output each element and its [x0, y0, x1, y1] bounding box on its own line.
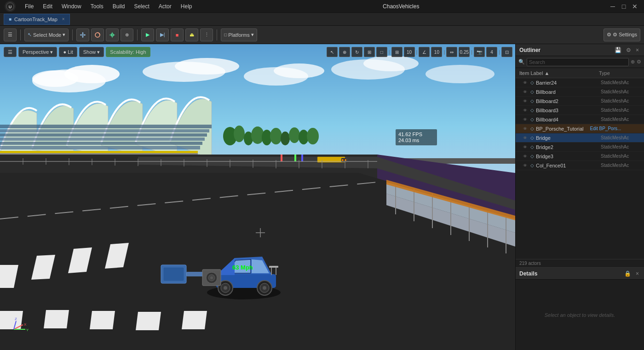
svg-text:X: X — [24, 322, 27, 327]
menu-edit[interactable]: Edit — [41, 2, 54, 11]
svg-text:41.62 FPS: 41.62 FPS — [398, 132, 422, 137]
viewport-canvas: 63 Mph 41.62 FPS 24.03 ms X Y Z — [0, 44, 515, 350]
platforms-dropdown-icon: ▾ — [251, 32, 254, 38]
vp-rotate-button[interactable]: ↻ — [351, 47, 362, 57]
tab-icon: ■ — [9, 17, 12, 22]
close-button[interactable]: ✕ — [630, 2, 639, 11]
play-options-button[interactable]: ⋮ — [200, 29, 213, 41]
outliner-settings-icon[interactable]: ⚙ — [625, 46, 632, 54]
eye-icon-billboard2[interactable]: 👁 — [523, 99, 529, 103]
eye-icon-barrier24[interactable]: 👁 — [523, 80, 529, 85]
outliner-item-billboard2[interactable]: 👁 ◇ Billboard2 StaticMeshAc — [516, 97, 644, 106]
outliner-item-bridge2[interactable]: 👁 ◇ Bridge2 StaticMeshAc — [516, 143, 644, 152]
search-settings-icon[interactable]: ⚙ — [637, 59, 641, 65]
outliner-item-billboard3[interactable]: 👁 ◇ Billboard3 StaticMeshAc — [516, 106, 644, 115]
menu-help[interactable]: Help — [179, 2, 194, 11]
vp-scale-value[interactable]: 0.25 — [459, 47, 470, 57]
vp-layout-button[interactable]: ⊡ — [501, 47, 512, 57]
svg-rect-102 — [301, 155, 303, 161]
minimize-button[interactable]: ─ — [608, 2, 617, 11]
eye-icon-bridge[interactable]: 👁 — [523, 136, 529, 140]
details-lock-icon[interactable]: 🔒 — [623, 270, 632, 277]
eye-icon-col-fence[interactable]: 👁 — [523, 163, 529, 168]
lit-button[interactable]: ● Lit — [59, 47, 77, 57]
transform-space-button[interactable]: ⊕ — [121, 29, 133, 41]
vp-grid-value[interactable]: 10 — [404, 47, 415, 57]
mesh-icon-billboard4: ◇ — [530, 117, 534, 122]
platforms-button[interactable]: □ Platforms ▾ — [221, 29, 257, 41]
vp-angle-value[interactable]: 10 — [431, 47, 442, 57]
menu-actor[interactable]: Actor — [157, 2, 173, 11]
svg-rect-101 — [294, 155, 296, 161]
menu-select[interactable]: Select — [132, 2, 151, 11]
vp-cursor-button[interactable]: ↖ — [327, 47, 338, 57]
menu-build[interactable]: Build — [111, 2, 127, 11]
vp-cam-icon[interactable]: 📷 — [474, 47, 485, 57]
map-tab[interactable]: ■ CartoonTrack_Map × — [4, 14, 70, 25]
eye-icon-billboard3[interactable]: 👁 — [523, 108, 529, 113]
outliner-list[interactable]: 👁 ◇ Barrier24 StaticMeshAc 👁 ◇ Billboard… — [516, 78, 644, 259]
vp-maximize-button[interactable]: □ — [376, 47, 387, 57]
vp-cam-value[interactable]: 4 — [486, 47, 497, 57]
search-filter-icon[interactable]: ⊕ — [631, 59, 635, 65]
tab-close-button[interactable]: × — [62, 17, 65, 22]
vp-grid-icon[interactable]: ⊞ — [391, 47, 402, 57]
svg-point-33 — [281, 132, 290, 145]
viewport-toolbar: ☰ Perspective ▾ ● Lit Show ▾ Scalability… — [4, 47, 150, 57]
eye-icon-billboard[interactable]: 👁 — [523, 90, 529, 94]
maximize-button[interactable]: □ — [619, 2, 628, 11]
play-button[interactable]: ▶ — [141, 29, 154, 41]
menu-tools[interactable]: Tools — [89, 2, 105, 11]
outliner-item-barrier24[interactable]: 👁 ◇ Barrier24 StaticMeshAc — [516, 78, 644, 87]
vp-scale-icon[interactable]: ⇔ — [446, 47, 457, 57]
vp-angle-icon[interactable]: ∠ — [419, 47, 430, 57]
menu-window[interactable]: Window — [60, 2, 83, 11]
select-mode-button[interactable]: ↖ Select Mode ▾ — [24, 29, 69, 41]
mesh-icon-billboard2: ◇ — [530, 98, 534, 103]
svg-point-34 — [289, 127, 300, 143]
viewport[interactable]: 63 Mph 41.62 FPS 24.03 ms X Y Z — [0, 44, 515, 350]
titlebar: U File Edit Window Tools Build Select Ac… — [0, 0, 644, 13]
item-type-billboard2: StaticMeshAc — [601, 98, 642, 103]
eye-icon-billboard4[interactable]: 👁 — [523, 117, 529, 122]
outliner-title: Outliner — [519, 47, 540, 53]
item-type-barrier24: StaticMeshAc — [601, 80, 642, 85]
viewport-menu-button[interactable]: ☰ — [4, 47, 17, 57]
mesh-icon-barrier24: ◇ — [530, 80, 534, 85]
item-type-billboard: StaticMeshAc — [601, 89, 642, 94]
ue-logo[interactable]: U — [5, 1, 16, 12]
outliner-item-col-fence[interactable]: 👁 ◇ Col_Fence01 StaticMeshAc — [516, 161, 644, 170]
step-button[interactable]: ▶| — [156, 29, 169, 41]
details-close-button[interactable]: × — [634, 270, 640, 277]
ctrl-sep-3: | — [443, 49, 445, 55]
vp-scale-button[interactable]: ⊞ — [364, 47, 375, 57]
outliner-item-billboard4[interactable]: 👁 ◇ Billboard4 StaticMeshAc — [516, 115, 644, 124]
show-button[interactable]: Show ▾ — [79, 47, 104, 57]
settings-button[interactable]: ⚙ ⚙ Settings — [604, 29, 640, 41]
scalability-button[interactable]: Scalability: High — [106, 47, 150, 57]
col-label-header[interactable]: Item Label ▲ — [519, 70, 599, 76]
translate-button[interactable] — [76, 29, 89, 41]
svg-point-32 — [270, 128, 282, 144]
stop-button[interactable]: ■ — [171, 29, 184, 41]
item-type-bridge3: StaticMeshAc — [601, 154, 642, 159]
vp-translate-button[interactable]: ⊕ — [339, 47, 350, 57]
search-input[interactable] — [527, 58, 629, 66]
outliner-item-bridge3[interactable]: 👁 ◇ Bridge3 StaticMeshAc — [516, 152, 644, 161]
svg-point-105 — [342, 159, 344, 161]
outliner-item-bp-porsche[interactable]: 👁 ◇ BP_Porsche_Tutorial Edit BP_Pors... — [516, 124, 644, 133]
eye-icon-bp-porsche[interactable]: 👁 — [523, 126, 529, 131]
outliner-item-bridge[interactable]: 👁 ◇ Bridge StaticMeshAc — [516, 133, 644, 143]
perspective-button[interactable]: Perspective ▾ — [18, 47, 57, 57]
outliner-save-icon[interactable]: 💾 — [613, 46, 623, 54]
eye-icon-bridge3[interactable]: 👁 — [523, 154, 529, 159]
eject-button[interactable]: ⏏ — [185, 29, 198, 41]
outliner-item-billboard[interactable]: 👁 ◇ Billboard StaticMeshAc — [516, 87, 644, 97]
item-editlink-bp-porsche[interactable]: Edit BP_Pors... — [590, 126, 643, 131]
scale-button[interactable] — [106, 29, 119, 41]
rotate-button[interactable] — [91, 29, 104, 41]
hamburger-menu-button[interactable]: ☰ — [4, 29, 17, 41]
menu-file[interactable]: File — [23, 2, 35, 11]
outliner-close-button[interactable]: × — [634, 46, 640, 54]
eye-icon-bridge2[interactable]: 👁 — [523, 145, 529, 149]
